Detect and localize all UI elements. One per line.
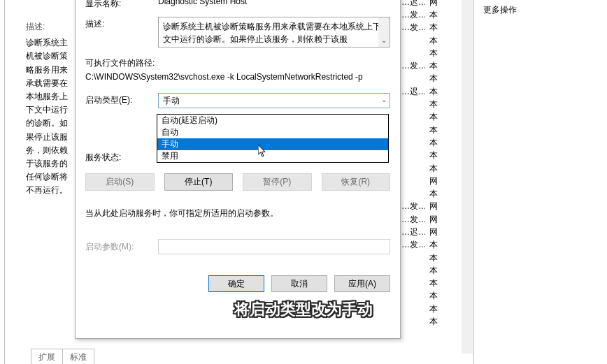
cancel-button[interactable]: 取消 <box>271 275 327 292</box>
list-cell: …发… <box>401 60 425 72</box>
desc-text: 诊断系统主机被诊断策略服务用来承载需要在本地服务上下文中运行的诊断。如果停止该服… <box>26 36 75 197</box>
list-item[interactable]: …迟…本 <box>401 85 469 98</box>
list-item[interactable]: …发…本 <box>401 8 469 21</box>
list-cell: …发… <box>401 22 425 34</box>
list-item[interactable]: 本 <box>401 187 469 200</box>
description-box[interactable]: 诊断系统主机被诊断策略服务用来承载需要在本地系统上下文中运行的诊断。如果停止该服… <box>158 17 390 48</box>
description-text: 诊断系统主机被诊断策略服务用来承载需要在本地系统上下文中运行的诊断。如果停止该服… <box>163 22 381 44</box>
list-cell: 网 <box>429 0 457 8</box>
startup-type-dropdown[interactable]: 自动(延迟启动)自动手动禁用 <box>157 114 389 163</box>
list-cell: 本 <box>429 150 457 161</box>
desc-label: 描述: <box>26 20 75 34</box>
dropdown-option[interactable]: 自动 <box>157 126 388 138</box>
list-cell: 本 <box>429 290 457 302</box>
service-status-label: 服务状态: <box>85 152 158 163</box>
action-pane: 更多操作 <box>476 0 607 359</box>
description-label: 描述: <box>85 17 158 48</box>
list-item[interactable]: …发…本 <box>401 22 469 34</box>
list-item[interactable]: 本 <box>401 252 469 264</box>
list-cell: …迟… <box>401 226 425 238</box>
startup-type-combobox[interactable]: 手动 ⌄ <box>158 93 390 108</box>
dropdown-option[interactable]: 手动 <box>157 138 388 150</box>
list-item[interactable]: …发…本 <box>401 239 469 252</box>
list-cell: …发… <box>401 9 425 21</box>
list-cell: 本 <box>429 163 457 175</box>
dropdown-option[interactable]: 禁用 <box>157 150 388 162</box>
list-cell: …发… <box>401 201 425 212</box>
list-item[interactable]: 本 <box>401 124 469 136</box>
startup-type-label: 启动类型(E): <box>85 93 158 108</box>
list-cell: 网 <box>429 214 457 226</box>
list-item[interactable]: 本 <box>401 290 469 303</box>
list-cell: 本 <box>429 48 457 59</box>
list-item[interactable]: 本 <box>401 162 469 175</box>
list-cell: 本 <box>429 239 457 251</box>
list-cell: 本 <box>429 99 457 110</box>
list-cell: 网 <box>429 226 457 238</box>
list-item[interactable]: 本 <box>401 150 469 162</box>
list-item[interactable]: …发…网 <box>401 201 469 213</box>
chevron-down-icon: ⌄ <box>381 96 387 103</box>
pause-button: 暂停(P) <box>243 173 312 191</box>
list-item[interactable]: 本 <box>401 47 469 59</box>
startup-type-value: 手动 <box>163 95 180 107</box>
list-cell: 本 <box>429 124 457 136</box>
list-cell: 本 <box>429 86 457 98</box>
list-cell: 本 <box>429 35 457 47</box>
desc-scrollbar[interactable]: ⌄ <box>378 17 390 47</box>
subtitle-caption: 将启动类型改为手动 <box>234 299 373 320</box>
service-list-strip: …迟…网…发…本…发…本本本…发…本本…迟…本本本本本本本网本…发…网…发…网…… <box>401 0 469 328</box>
list-item[interactable]: 本 <box>401 136 469 149</box>
stop-button[interactable]: 停止(T) <box>164 173 234 191</box>
apply-button[interactable]: 应用(A) <box>334 275 390 292</box>
start-params-input[interactable] <box>158 239 390 254</box>
list-cell: 网 <box>429 201 457 212</box>
display-name-value: Diagnostic System Host <box>158 0 390 10</box>
service-properties-dialog: 显示名称: Diagnostic System Host 描述: 诊断系统主机被… <box>75 0 401 339</box>
list-cell: 本 <box>429 265 457 277</box>
list-cell: 本 <box>429 73 457 85</box>
startup-note: 当从此处启动服务时，你可指定所适用的启动参数。 <box>85 208 390 219</box>
list-cell: …发… <box>401 214 425 226</box>
list-item[interactable]: 本 <box>401 264 469 277</box>
list-cell: …迟… <box>401 0 425 8</box>
list-cell: …发… <box>401 239 425 251</box>
list-item[interactable]: 本 <box>401 315 469 328</box>
list-item[interactable]: 本 <box>401 111 469 124</box>
display-name-label: 显示名称: <box>85 0 158 10</box>
scrollbar[interactable] <box>462 0 473 354</box>
list-item[interactable]: 本 <box>401 303 469 315</box>
list-cell: 网 <box>429 175 457 187</box>
list-item[interactable]: 网 <box>401 175 469 187</box>
list-item[interactable]: 本 <box>401 34 469 47</box>
list-item[interactable]: 本 <box>401 277 469 290</box>
exe-path-label: 可执行文件的路径: <box>85 57 390 69</box>
list-cell: 本 <box>429 9 457 21</box>
list-cell: 本 <box>429 188 457 200</box>
list-cell: 本 <box>429 60 457 72</box>
list-cell: 本 <box>429 277 457 289</box>
list-cell: 本 <box>429 316 457 328</box>
dropdown-option[interactable]: 自动(延迟启动) <box>157 115 388 126</box>
list-cell: 本 <box>429 22 457 34</box>
service-description-snippet: 描述: 诊断系统主机被诊断策略服务用来承载需要在本地服务上下文中运行的诊断。如果… <box>26 20 75 197</box>
list-item[interactable]: 本 <box>401 98 469 110</box>
ok-button[interactable]: 确定 <box>208 275 264 292</box>
list-item[interactable]: 本 <box>401 73 469 85</box>
list-item[interactable]: …迟…网 <box>401 226 469 238</box>
more-actions[interactable]: 更多操作 <box>476 0 607 24</box>
exe-path-value: C:\WINDOWS\System32\svchost.exe -k Local… <box>85 72 390 82</box>
list-item[interactable]: …迟…网 <box>401 0 469 8</box>
list-item[interactable]: …发…本 <box>401 59 469 72</box>
tab-extended[interactable]: 扩展 <box>31 349 63 364</box>
resume-button: 恢复(R) <box>322 173 391 191</box>
list-cell: 本 <box>429 252 457 264</box>
list-cell: …迟… <box>401 86 425 98</box>
list-item[interactable]: …发…网 <box>401 213 469 226</box>
list-cell: 本 <box>429 137 457 149</box>
tab-standard[interactable]: 标准 <box>62 349 94 364</box>
start-button: 启动(S) <box>85 173 155 191</box>
list-cell: 本 <box>429 303 457 315</box>
chevron-down-icon[interactable]: ⌄ <box>378 36 390 47</box>
list-cell: 本 <box>429 111 457 123</box>
